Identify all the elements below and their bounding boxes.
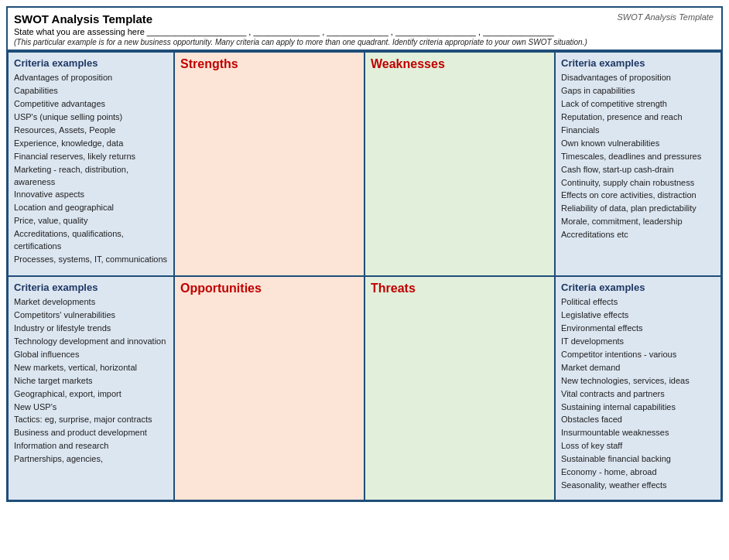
- list-item: Market developments: [14, 296, 168, 309]
- criteria-top-right: Criteria examples Disadvantages of propo…: [555, 52, 721, 276]
- criteria-top-left: Criteria examples Advantages of proposit…: [8, 52, 174, 276]
- list-item: Experience, knowledge, data: [14, 138, 168, 150]
- list-item: Resources, Assets, People: [14, 125, 168, 137]
- list-item: Location and geographical: [14, 202, 168, 214]
- list-item: Competitor intentions - various: [561, 349, 715, 361]
- list-item: Sustaining internal capabilities: [561, 401, 715, 414]
- threats-heading: Threats: [371, 282, 549, 295]
- criteria-top-right-list: Disadvantages of propositionGaps in capa…: [561, 72, 715, 241]
- list-item: Effects on core activities, distraction: [561, 190, 715, 202]
- weaknesses-cell: Weaknesses: [364, 52, 555, 276]
- list-item: Seasonality, weather effects: [561, 480, 715, 492]
- header: SWOT Analysis Template SWOT Analysis Tem…: [8, 8, 721, 51]
- list-item: Financial reserves, likely returns: [14, 151, 168, 163]
- list-item: Vital contracts and partners: [561, 388, 715, 401]
- header-note: (This particular example is for a new bu…: [14, 38, 715, 46]
- list-item: Competitors' vulnerabilities: [14, 309, 168, 322]
- criteria-bot-left-list: Market developmentsCompetitors' vulnerab…: [14, 296, 168, 466]
- list-item: Industry or lifestyle trends: [14, 323, 168, 335]
- page-title: SWOT Analysis Template: [14, 12, 715, 26]
- list-item: Disadvantages of proposition: [561, 72, 715, 84]
- list-item: Accreditations etc: [561, 229, 715, 241]
- list-item: Processes, systems, IT, communications: [14, 254, 168, 266]
- list-item: Political effects: [561, 296, 715, 309]
- list-item: Environmental effects: [561, 323, 715, 335]
- list-item: Continuity, supply chain robustness: [561, 177, 715, 190]
- swot-grid: Criteria examples Advantages of proposit…: [8, 51, 721, 500]
- list-item: Business and product development: [14, 427, 168, 439]
- list-item: Price, value, quality: [14, 215, 168, 227]
- list-item: New technologies, services, ideas: [561, 375, 715, 388]
- list-item: Gaps in capabilities: [561, 85, 715, 97]
- list-item: Legislative effects: [561, 309, 715, 322]
- list-item: Information and research: [14, 440, 168, 452]
- list-item: Morale, commitment, leadership: [561, 216, 715, 228]
- list-item: Timescales, deadlines and pressures: [561, 151, 715, 163]
- criteria-bot-right: Criteria examples Political effectsLegis…: [555, 276, 721, 500]
- criteria-top-left-heading: Criteria examples: [14, 57, 168, 69]
- header-watermark: SWOT Analysis Template: [617, 12, 714, 22]
- list-item: Technology development and innovation: [14, 336, 168, 348]
- list-item: IT developments: [561, 336, 715, 348]
- list-item: Obstacles faced: [561, 414, 715, 426]
- list-item: Accreditations, qualifications, certific…: [14, 228, 168, 253]
- list-item: Market demand: [561, 362, 715, 374]
- criteria-bot-left-heading: Criteria examples: [14, 282, 168, 293]
- strengths-cell: Strengths: [174, 52, 364, 276]
- criteria-top-left-list: Advantages of propositionCapabilitiesCom…: [14, 72, 168, 266]
- list-item: Insurmountable weaknesses: [561, 427, 715, 439]
- list-item: Loss of key staff: [561, 440, 715, 452]
- list-item: Geographical, export, import: [14, 388, 168, 401]
- criteria-bot-right-list: Political effectsLegislative effectsEnvi…: [561, 296, 715, 492]
- list-item: Own known vulnerabilities: [561, 138, 715, 150]
- swot-template: SWOT Analysis Template SWOT Analysis Tem…: [6, 6, 723, 502]
- list-item: Innovative aspects: [14, 189, 168, 201]
- list-item: Partnerships, agencies,: [14, 453, 168, 466]
- list-item: Cash flow, start-up cash-drain: [561, 164, 715, 176]
- header-subtitle: State what you are assessing here ______…: [14, 27, 715, 36]
- weaknesses-heading: Weaknesses: [371, 57, 549, 71]
- list-item: Lack of competitive strength: [561, 98, 715, 111]
- criteria-bot-left: Criteria examples Market developmentsCom…: [8, 276, 174, 500]
- list-item: New markets, vertical, horizontal: [14, 362, 168, 374]
- opportunities-cell: Opportunities: [174, 276, 364, 500]
- list-item: Reliability of data, plan predictability: [561, 203, 715, 215]
- strengths-heading: Strengths: [180, 57, 358, 71]
- list-item: New USP's: [14, 401, 168, 414]
- threats-cell: Threats: [364, 276, 555, 500]
- list-item: Reputation, presence and reach: [561, 111, 715, 124]
- list-item: Financials: [561, 125, 715, 137]
- list-item: Sustainable financial backing: [561, 453, 715, 466]
- list-item: Global influences: [14, 349, 168, 361]
- list-item: Capabilities: [14, 85, 168, 97]
- opportunities-heading: Opportunities: [180, 282, 358, 295]
- list-item: Advantages of proposition: [14, 72, 168, 84]
- list-item: Niche target markets: [14, 375, 168, 388]
- list-item: Competitive advantages: [14, 98, 168, 111]
- list-item: Economy - home, abroad: [561, 466, 715, 479]
- criteria-top-right-heading: Criteria examples: [561, 57, 715, 69]
- list-item: Marketing - reach, distribution, awarene…: [14, 164, 168, 189]
- list-item: Tactics: eg, surprise, major contracts: [14, 414, 168, 426]
- criteria-bot-right-heading: Criteria examples: [561, 282, 715, 293]
- list-item: USP's (unique selling points): [14, 111, 168, 124]
